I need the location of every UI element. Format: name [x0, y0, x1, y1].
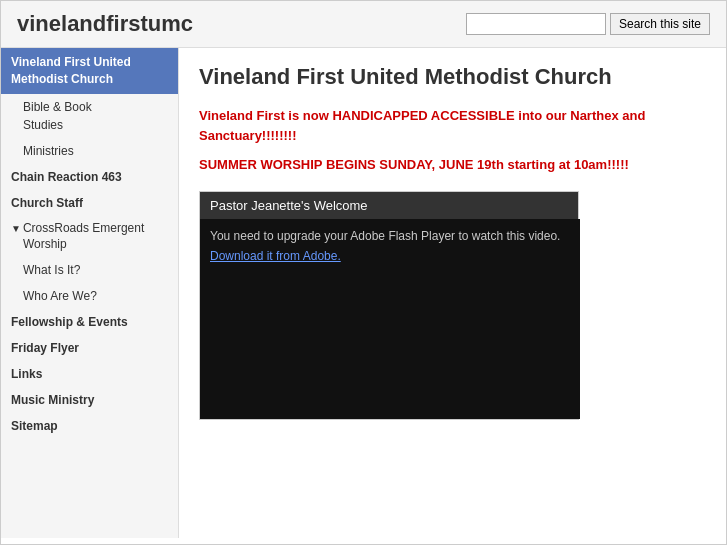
sidebar-item-music-ministry[interactable]: Music Ministry [1, 387, 178, 413]
crossroads-label: CrossRoads Emergent Worship [23, 220, 168, 254]
sidebar-header[interactable]: Vineland First United Methodist Church [1, 48, 178, 94]
sidebar-item-chain-reaction[interactable]: Chain Reaction 463 [1, 164, 178, 190]
sidebar-item-ministries[interactable]: Ministries [1, 138, 178, 164]
video-player: You need to upgrade your Adobe Flash Pla… [200, 219, 580, 419]
video-upgrade-message: You need to upgrade your Adobe Flash Pla… [210, 229, 560, 243]
site-title: vinelandfirstumc [17, 11, 193, 37]
alert-accessible: Vineland First is now HANDICAPPED ACCESS… [199, 106, 706, 145]
search-area: Search this site [466, 13, 710, 35]
alert-summer-worship: SUMMER WORSHIP BEGINS SUNDAY, JUNE 19th … [199, 155, 706, 175]
video-download-link[interactable]: Download it from Adobe. [210, 249, 341, 263]
sidebar-item-fellowship[interactable]: Fellowship & Events [1, 309, 178, 335]
page-title: Vineland First United Methodist Church [199, 64, 706, 90]
sidebar-item-what-is-it[interactable]: What Is It? [1, 257, 178, 283]
video-box: Pastor Jeanette's Welcome You need to up… [199, 191, 579, 420]
search-button[interactable]: Search this site [610, 13, 710, 35]
search-input[interactable] [466, 13, 606, 35]
sidebar-item-crossroads[interactable]: ▼ CrossRoads Emergent Worship [1, 216, 178, 258]
video-title: Pastor Jeanette's Welcome [200, 192, 578, 219]
sidebar: Vineland First United Methodist Church B… [1, 48, 179, 538]
sidebar-item-bible-book[interactable]: Bible & BookStudies [1, 94, 178, 138]
sidebar-item-links[interactable]: Links [1, 361, 178, 387]
sidebar-item-sitemap[interactable]: Sitemap [1, 413, 178, 439]
main-content: Vineland First United Methodist Church V… [179, 48, 726, 538]
sidebar-item-church-staff[interactable]: Church Staff [1, 190, 178, 216]
expand-arrow-icon: ▼ [11, 222, 21, 236]
header: vinelandfirstumc Search this site [1, 1, 726, 48]
sidebar-item-friday-flyer[interactable]: Friday Flyer [1, 335, 178, 361]
content-area: Vineland First United Methodist Church B… [1, 48, 726, 538]
sidebar-item-who-are-we[interactable]: Who Are We? [1, 283, 178, 309]
